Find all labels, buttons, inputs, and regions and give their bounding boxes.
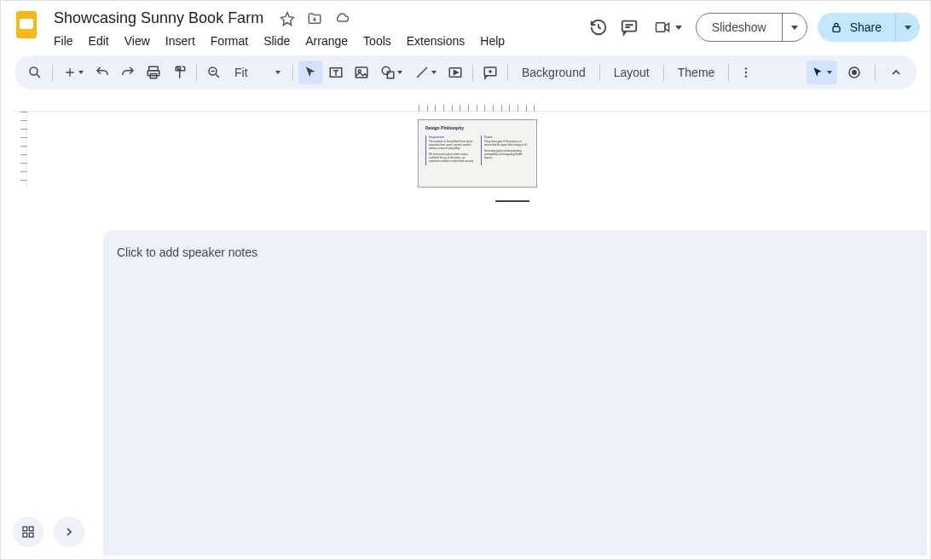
star-icon[interactable] <box>279 10 296 27</box>
separator <box>472 64 473 81</box>
svg-rect-26 <box>23 533 27 537</box>
print-button[interactable] <box>142 61 165 84</box>
image-tool[interactable] <box>350 61 373 84</box>
video-tool[interactable] <box>443 61 467 84</box>
chevron-down-icon <box>675 26 682 30</box>
menu-format[interactable]: Format <box>204 31 255 51</box>
slideshow-dropdown[interactable] <box>782 14 807 41</box>
shape-tool[interactable] <box>375 61 408 84</box>
toolbar: Fit Background Layout Theme <box>14 55 917 89</box>
paint-format-button[interactable] <box>167 61 191 84</box>
chevron-down-icon <box>275 71 280 74</box>
svg-rect-24 <box>23 527 27 531</box>
slide-title[interactable]: Design Philosophy <box>425 125 529 130</box>
select-tool[interactable] <box>298 61 322 84</box>
share-group: Share <box>818 13 920 42</box>
grid-view-button[interactable] <box>13 517 43 547</box>
svg-rect-4 <box>656 23 665 32</box>
menu-slide[interactable]: Slide <box>257 31 297 51</box>
col2-text: Secondary goals include promoting sustai… <box>484 150 529 160</box>
chevron-down-icon <box>397 71 402 74</box>
document-title[interactable]: Showcasing Sunny Book Farm <box>49 8 269 29</box>
cloud-status-icon[interactable] <box>333 10 350 27</box>
col2-text: The primary goal of the project is to en… <box>484 141 529 147</box>
title-area: Showcasing Sunny Book Farm File Edit Vie… <box>49 8 512 51</box>
col2-heading: Goals <box>484 136 529 139</box>
share-dropdown[interactable] <box>895 13 920 42</box>
meet-button[interactable] <box>650 16 685 38</box>
comment-tool[interactable] <box>478 61 502 84</box>
zoom-label: Fit <box>234 66 248 79</box>
svg-point-15 <box>382 66 390 74</box>
pointer-mode-group[interactable] <box>807 61 837 84</box>
redo-button[interactable] <box>116 61 140 84</box>
separator <box>507 64 508 81</box>
undo-button[interactable] <box>90 61 114 84</box>
svg-point-21 <box>745 75 747 77</box>
slide-canvas[interactable]: Design Philosophy Inspiration The aesthe… <box>418 119 537 188</box>
menu-arrange[interactable]: Arrange <box>298 31 355 51</box>
comments-icon[interactable] <box>619 17 639 38</box>
menu-view[interactable]: View <box>118 31 157 51</box>
speaker-notes-panel[interactable]: Click to add speaker notes <box>103 230 927 556</box>
chevron-down-icon <box>431 71 437 74</box>
slides-logo[interactable] <box>11 9 42 40</box>
history-icon[interactable] <box>588 17 609 38</box>
ruler-vertical <box>14 112 27 188</box>
menu-edit[interactable]: Edit <box>82 31 116 51</box>
layout-button[interactable]: Layout <box>605 61 658 84</box>
chevron-down-icon <box>791 26 798 30</box>
separator <box>196 64 197 81</box>
menu-file[interactable]: File <box>47 31 80 51</box>
svg-rect-27 <box>29 533 33 537</box>
ruler-horizontal <box>14 98 930 112</box>
separator <box>52 64 53 81</box>
svg-rect-5 <box>833 26 840 32</box>
app-header: Showcasing Sunny Book Farm File Edit Vie… <box>1 1 930 52</box>
move-folder-icon[interactable] <box>306 10 323 27</box>
theme-button[interactable]: Theme <box>669 61 724 84</box>
chevron-down-icon <box>905 26 911 30</box>
svg-rect-13 <box>356 67 367 78</box>
collapse-toolbar-button[interactable] <box>884 61 908 84</box>
search-menus-button[interactable] <box>23 61 47 84</box>
menu-tools[interactable]: Tools <box>356 31 398 51</box>
separator <box>599 64 600 81</box>
separator <box>728 64 729 81</box>
cursor-icon <box>812 66 824 78</box>
slide-column-1[interactable]: Inspiration The aesthetic of Sunny Book … <box>425 136 474 165</box>
zoom-button[interactable] <box>202 61 226 84</box>
slideshow-group: Slideshow <box>696 13 807 42</box>
menu-help[interactable]: Help <box>473 31 512 51</box>
toolbar-right <box>807 61 908 84</box>
separator <box>875 64 876 81</box>
chevron-down-icon <box>827 71 832 74</box>
col1-heading: Inspiration <box>429 136 474 139</box>
notes-placeholder[interactable]: Click to add speaker notes <box>117 245 913 259</box>
slideshow-button[interactable]: Slideshow <box>697 14 782 41</box>
slide-column-2[interactable]: Goals The primary goal of the project is… <box>481 136 529 165</box>
menu-insert[interactable]: Insert <box>159 31 202 51</box>
line-tool[interactable] <box>409 61 442 84</box>
new-slide-button[interactable] <box>58 61 89 84</box>
textbox-tool[interactable] <box>324 61 348 84</box>
zoom-select[interactable]: Fit <box>228 61 287 84</box>
lock-icon <box>830 20 843 34</box>
svg-point-20 <box>745 72 747 73</box>
record-button[interactable] <box>842 61 866 84</box>
svg-rect-16 <box>387 72 394 78</box>
separator <box>663 64 664 81</box>
svg-rect-1 <box>20 20 32 28</box>
svg-rect-25 <box>29 527 33 531</box>
svg-point-23 <box>853 71 857 75</box>
col1-text: The aesthetic of Sunny Book Farm draws i… <box>429 141 474 151</box>
bottom-left-controls <box>13 517 84 547</box>
slide-indicator <box>495 200 529 202</box>
background-button[interactable]: Background <box>513 61 594 84</box>
next-button[interactable] <box>54 517 84 547</box>
menu-extensions[interactable]: Extensions <box>400 31 471 51</box>
share-button[interactable]: Share <box>818 13 895 42</box>
svg-rect-3 <box>622 21 637 32</box>
col1-text: We envisioned a place where visitors cou… <box>429 153 474 164</box>
more-options-button[interactable] <box>734 61 758 84</box>
